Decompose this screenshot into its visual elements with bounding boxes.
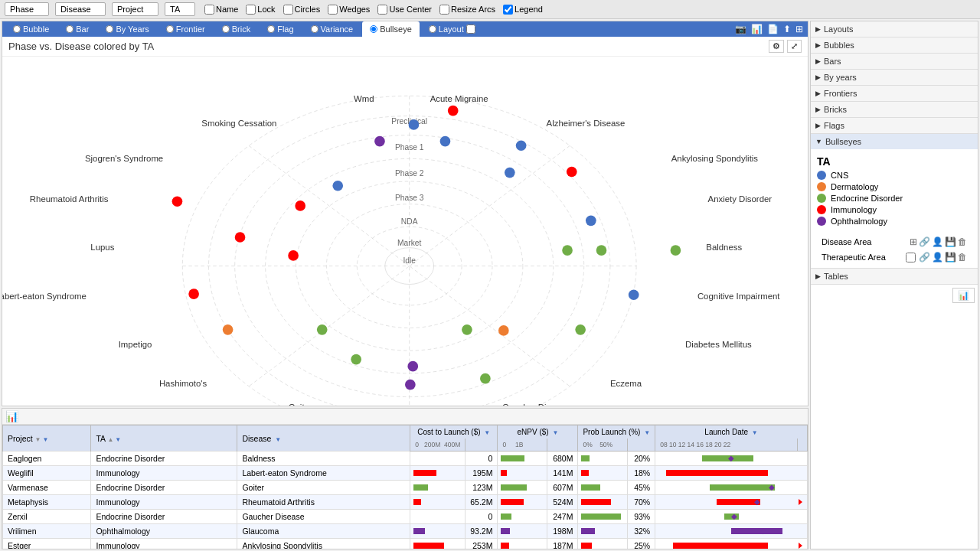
tab-variance[interactable]: Variance [303,21,361,37]
disease-area-icon2[interactable]: 🔗 [919,236,930,247]
cell-disease: Rheumatoid Arthritis [237,495,410,510]
tab-frontier[interactable]: Frontier [158,21,213,37]
dot-ra-immuno[interactable] [172,196,183,207]
tab-bar[interactable]: Bar [58,21,96,37]
cell-project: Vrilimen [3,524,91,539]
dot-impetigo-derm[interactable] [223,324,234,335]
cell-enpv-bar [498,495,547,510]
dot-ra-immuno2[interactable] [295,201,305,211]
label-lupus: Lupus [90,243,114,252]
cell-project: Varmenase [3,481,91,495]
ta-icon2[interactable]: 👤 [932,252,943,262]
dot-lupus-immuno[interactable] [235,232,246,243]
dot-baldness-endo3[interactable] [671,245,681,256]
tab-bubble[interactable]: Bubble [5,21,57,37]
ta-visible-check[interactable] [906,253,916,262]
section-flags-header[interactable]: ▶ Flags [811,118,978,133]
use-center-check[interactable]: Use Center [377,5,432,15]
export-icon[interactable]: ⬆ [782,22,792,36]
label-hashimotos: Hashimoto's [159,379,207,388]
cell-ta: Endocrine Disorder [91,452,237,466]
label-eczema: Eczema [610,379,642,388]
bar-chart-btn[interactable]: 📊 [952,288,975,303]
resize-arcs-check[interactable]: Resize Arcs [439,5,495,15]
dot-alz-cns2[interactable] [516,140,527,151]
section-bubbles-header[interactable]: ▶ Bubbles [811,37,978,53]
excel-icon[interactable]: 📊 [750,22,764,36]
data-table[interactable]: Project ▼▼ TA ▲▼ Disease ▼ Cost to Launc… [2,425,808,549]
camera-icon[interactable]: 📷 [733,22,748,36]
project-dropdown[interactable]: Project [112,2,158,16]
dot-cns-phase2[interactable] [505,168,515,178]
table-export-icon[interactable]: 📊 [5,410,18,422]
disease-area-icon3[interactable]: 👤 [932,236,943,247]
dot-lupus-immuno2[interactable] [288,250,299,261]
prob-axis-label: 0% 50% [578,439,627,452]
tab-bullseye[interactable]: Bullseye [362,21,420,37]
cell-launch-bar [655,466,808,481]
dot-cns-phase3[interactable] [332,181,343,191]
cell-enpv-bar [498,524,547,539]
disease-area-control: Disease Area ⊞ 🔗 👤 💾 🗑 [817,234,972,249]
dot-diabetes-endo2[interactable] [575,324,586,335]
ta-icon4[interactable]: 🗑 [958,252,967,262]
col-disease[interactable]: Disease ▼ [237,425,410,452]
disease-area-icon1[interactable]: ⊞ [910,236,917,247]
dot-diabetes-derm[interactable] [498,325,509,336]
col-project[interactable]: Project ▼▼ [3,425,91,452]
section-tables: ▶ Tables [811,269,978,285]
disease-area-icon4[interactable]: 💾 [945,236,956,247]
dot-immuno-phase2[interactable] [567,167,577,178]
chart-header: Phase vs. Disease colored by TA ⚙ ⤢ [2,37,808,57]
tab-flag[interactable]: Flag [260,21,301,37]
pdf-icon[interactable]: 📄 [766,22,780,36]
dot-hashimotos-endo[interactable] [351,354,361,365]
dot-cognitive-cns[interactable] [629,289,639,300]
dot-am-immunology[interactable] [448,106,459,116]
dot-labert-immuno[interactable] [188,289,199,299]
chart-settings-btn[interactable]: ⚙ [769,40,784,53]
section-tables-header[interactable]: ▶ Tables [811,269,978,284]
section-bars-header[interactable]: ▶ Bars [811,54,978,69]
ta-dropdown[interactable]: TA [165,2,195,16]
dot-baldness-endo[interactable] [562,245,573,256]
circles-check[interactable]: Circles [283,5,321,15]
dot-alzheimers-cns[interactable] [409,119,420,130]
disease-dropdown[interactable]: Disease [55,2,106,16]
section-frontiers-header[interactable]: ▶ Frontiers [811,86,978,101]
cell-enpv-val: 680M [547,452,578,466]
tab-brick[interactable]: Brick [214,21,258,37]
ta-icon3[interactable]: 💾 [945,252,956,262]
col-ta[interactable]: TA ▲▼ [91,425,237,452]
tab-layout[interactable]: Layout [421,21,483,37]
grid-icon[interactable]: ⊞ [794,22,805,36]
ta-icon1[interactable]: 🔗 [919,252,930,262]
dot-smoking-ophth[interactable] [374,136,385,147]
cell-prob-val: 93% [627,510,655,524]
lock-check[interactable]: Lock [246,5,275,15]
cell-launch-bar: ◆ [655,524,808,539]
tab-by-years[interactable]: By Years [98,21,156,37]
wedges-check[interactable]: Wedges [328,5,370,15]
dot-diabetes-endo[interactable] [462,324,472,335]
name-check[interactable]: Name [204,5,238,15]
dot-glaucoma-ophth[interactable] [407,361,418,372]
cost-val-header [466,439,498,452]
tab-icon-bar: 📷 📊 📄 ⬆ ⊞ [733,22,805,36]
chart-expand-btn[interactable]: ⤢ [787,40,802,53]
phase-dropdown[interactable]: Phase [5,2,49,16]
legend-check[interactable]: Legend [503,5,543,15]
dot-glaucoma-ophth2[interactable] [405,380,416,390]
dot-impetigo-endo[interactable] [317,324,328,335]
dot-phase1-cns[interactable] [440,136,451,147]
section-layouts-header[interactable]: ▶ Layouts [811,21,978,37]
disease-area-icon5[interactable]: 🗑 [958,236,967,247]
cell-cost-bar [410,524,466,539]
section-bricks: ▶ Bricks [811,102,978,118]
section-bullseyes-header[interactable]: ▼ Bullseyes [811,134,978,149]
section-bricks-header[interactable]: ▶ Bricks [811,102,978,117]
dot-anxiety-cns[interactable] [586,215,596,226]
dot-gaucher-endo[interactable] [480,373,491,384]
section-by-years-header[interactable]: ▶ By years [811,70,978,85]
dot-baldness-endo2[interactable] [596,245,607,256]
